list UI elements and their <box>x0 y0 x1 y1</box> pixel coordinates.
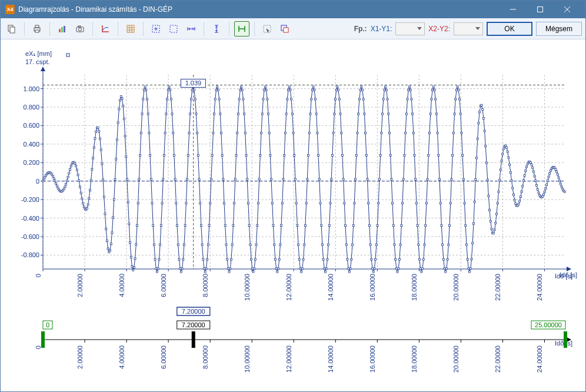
svg-rect-545 <box>491 228 492 230</box>
svg-rect-379 <box>324 271 326 273</box>
svg-rect-359 <box>304 225 306 227</box>
svg-rect-614 <box>560 183 561 185</box>
svg-text:-0.600: -0.600 <box>21 233 39 240</box>
svg-rect-374 <box>319 202 321 204</box>
svg-rect-478 <box>424 244 425 245</box>
svg-rect-343 <box>288 86 290 88</box>
svg-text:0: 0 <box>46 321 49 328</box>
svg-rect-403 <box>348 271 350 273</box>
svg-rect-164 <box>109 250 111 251</box>
svg-text:10.00000: 10.00000 <box>244 274 251 301</box>
svg-rect-327 <box>272 225 274 227</box>
svg-rect-464 <box>409 89 411 91</box>
svg-rect-507 <box>452 132 454 134</box>
svg-rect-146 <box>91 168 93 170</box>
svg-rect-321 <box>267 98 268 100</box>
svg-rect-211 <box>157 271 158 273</box>
svg-rect-136 <box>81 198 83 200</box>
svg-rect-421 <box>367 178 368 180</box>
svg-rect-423 <box>368 225 370 227</box>
svg-rect-166 <box>111 232 113 234</box>
svg-rect-282 <box>227 268 229 270</box>
svg-rect-448 <box>394 244 395 245</box>
svg-rect-107 <box>52 175 54 177</box>
svg-rect-134 <box>79 186 81 188</box>
maximize-button[interactable] <box>527 1 554 18</box>
grid-icon[interactable] <box>123 21 138 36</box>
axes-icon[interactable] <box>98 21 113 36</box>
svg-rect-307 <box>252 271 254 273</box>
cursor-square-icon[interactable] <box>259 21 275 36</box>
svg-rect-513 <box>459 98 461 100</box>
cancel-button[interactable]: Mégsem <box>536 22 582 36</box>
svg-rect-320 <box>265 89 267 91</box>
svg-rect-440 <box>385 89 387 91</box>
svg-rect-270 <box>215 89 217 91</box>
svg-text:24.00000: 24.00000 <box>536 346 543 373</box>
svg-rect-363 <box>308 132 310 134</box>
app-icon: X4 <box>5 5 15 14</box>
range-bracket-icon[interactable] <box>234 21 249 36</box>
svg-rect-597 <box>543 194 545 195</box>
svg-text:-0.400: -0.400 <box>21 215 39 222</box>
svg-rect-386 <box>331 154 333 156</box>
svg-rect-191 <box>136 225 138 227</box>
svg-rect-303 <box>248 225 250 227</box>
minimize-button[interactable] <box>500 1 527 18</box>
vert-extent-icon[interactable] <box>209 21 224 36</box>
svg-rect-189 <box>134 258 136 260</box>
svg-rect-237 <box>182 258 184 260</box>
svg-rect-477 <box>422 258 424 260</box>
svg-rect-498 <box>444 268 445 270</box>
svg-rect-432 <box>378 202 379 204</box>
svg-rect-328 <box>274 244 275 245</box>
chart-area[interactable]: eX₁ [mm]17. cspt.-0.800-0.600-0.400-0.20… <box>1 39 585 391</box>
svg-rect-529 <box>475 178 477 180</box>
svg-rect-459 <box>405 132 407 134</box>
print-icon[interactable] <box>29 21 45 36</box>
svg-rect-578 <box>524 175 525 177</box>
svg-rect-587 <box>532 171 534 172</box>
svg-rect-427 <box>372 271 374 273</box>
select-region-icon[interactable] <box>166 21 181 36</box>
svg-rect-312 <box>257 202 259 204</box>
svg-rect-225 <box>170 98 172 100</box>
svg-rect-367 <box>312 86 314 88</box>
svg-text:4.00000: 4.00000 <box>118 274 125 297</box>
svg-rect-559 <box>505 145 507 147</box>
copy-icon[interactable] <box>4 21 19 36</box>
svg-rect-494 <box>440 202 441 204</box>
svg-rect-208 <box>153 244 155 245</box>
x1y1-combo[interactable] <box>395 22 425 35</box>
svg-rect-585 <box>531 164 532 165</box>
close-button[interactable] <box>554 1 581 18</box>
svg-rect-200 <box>145 89 147 91</box>
svg-rect-203 <box>148 132 150 134</box>
svg-rect-565 <box>511 180 512 181</box>
svg-rect-553 <box>499 180 501 181</box>
svg-rect-555 <box>501 160 502 162</box>
svg-text:22.00000: 22.00000 <box>494 274 501 301</box>
svg-rect-207 <box>152 225 154 227</box>
horiz-extent-icon[interactable] <box>184 21 199 36</box>
svg-rect-281 <box>227 258 228 260</box>
x2y2-combo[interactable] <box>454 22 483 35</box>
svg-rect-273 <box>218 98 220 100</box>
svg-rect-373 <box>318 178 320 180</box>
svg-rect-573 <box>519 200 521 202</box>
svg-rect-262 <box>207 244 209 245</box>
svg-rect-122 <box>67 176 69 178</box>
svg-rect-468 <box>414 154 415 156</box>
svg-rect-387 <box>332 132 334 134</box>
svg-rect-108 <box>53 178 55 180</box>
svg-rect-353 <box>298 258 300 260</box>
zoom-window-icon[interactable] <box>277 21 292 36</box>
svg-rect-405 <box>351 258 352 260</box>
fit-dashed-icon[interactable] <box>148 21 164 36</box>
bars-icon[interactable] <box>55 21 70 36</box>
svg-rect-410 <box>355 154 357 156</box>
camera-icon[interactable] <box>72 21 88 36</box>
svg-rect-491 <box>437 132 438 134</box>
ok-button[interactable]: OK <box>487 22 532 36</box>
svg-rect-442 <box>388 113 389 115</box>
